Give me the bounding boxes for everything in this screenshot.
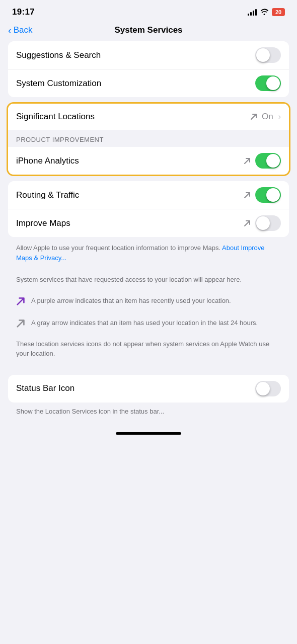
improve-maps-footer: Allow Apple to use your frequent locatio… <box>0 237 297 271</box>
system-services-info-text: System services that have requested acce… <box>16 276 242 283</box>
highlighted-section: Significant Locations On › PRODUCT IMPRO… <box>7 102 290 176</box>
significant-locations-controls: On › <box>250 112 281 122</box>
top-settings-card: Suggestions & Search System Customizatio… <box>8 41 289 97</box>
suggestions-search-label: Suggestions & Search <box>16 50 255 60</box>
status-bar: 19:17 20 <box>0 0 297 21</box>
back-label: Back <box>14 25 33 35</box>
toggle-thumb <box>266 188 280 202</box>
nav-bar: ‹ Back System Services <box>0 21 297 41</box>
section-header-label: PRODUCT IMPROVEMENT <box>16 136 104 143</box>
purple-arrow-text: A purple arrow indicates that an item ha… <box>31 296 231 308</box>
gray-arrow-icon <box>16 319 25 330</box>
setting-row-iphone-analytics[interactable]: iPhone Analytics <box>8 147 289 175</box>
toggle-thumb <box>256 48 270 62</box>
watch-info-text: These location services icons do not app… <box>16 340 269 358</box>
setting-row-system-customization[interactable]: System Customization <box>8 69 289 97</box>
location-arrow-icon <box>250 113 258 121</box>
back-chevron-icon: ‹ <box>8 25 12 35</box>
toggle-thumb <box>266 154 280 168</box>
setting-row-status-bar-icon[interactable]: Status Bar Icon <box>8 375 289 403</box>
product-improvement-header: PRODUCT IMPROVEMENT <box>8 130 289 147</box>
status-bar-icon-label: Status Bar Icon <box>16 383 255 393</box>
status-bar-icon-controls <box>255 381 281 396</box>
chevron-right-icon: › <box>278 112 281 121</box>
page-title: System Services <box>114 25 182 35</box>
setting-row-improve-maps[interactable]: Improve Maps <box>8 209 289 237</box>
routing-traffic-toggle[interactable] <box>255 187 281 203</box>
purple-arrow-info: A purple arrow indicates that an item ha… <box>0 293 297 311</box>
system-customization-toggle[interactable] <box>255 75 281 91</box>
on-text: On <box>262 112 273 122</box>
signal-bars-icon <box>248 9 257 16</box>
gray-arrow-text: A gray arrow indicates that an item has … <box>31 318 258 330</box>
suggestions-search-controls <box>255 47 281 63</box>
system-services-info: System services that have requested acce… <box>0 271 297 293</box>
status-icons: 20 <box>248 8 285 17</box>
routing-traffic-label: Routing & Traffic <box>16 190 243 200</box>
setting-row-routing-traffic[interactable]: Routing & Traffic <box>8 181 289 209</box>
iphone-analytics-label: iPhone Analytics <box>16 156 243 166</box>
watch-info: These location services icons do not app… <box>0 337 297 367</box>
home-indicator <box>116 432 181 435</box>
setting-row-significant-locations[interactable]: Significant Locations On › <box>8 104 289 130</box>
improve-maps-description: Allow Apple to use your frequent locatio… <box>16 244 222 252</box>
iphone-analytics-toggle[interactable] <box>255 153 281 169</box>
location-arrow-analytics-icon <box>243 157 251 165</box>
system-customization-label: System Customization <box>16 78 255 89</box>
bottom-settings-card: Routing & Traffic Improve Maps <box>8 181 289 237</box>
toggle-thumb <box>256 382 270 395</box>
home-indicator-area <box>0 424 297 439</box>
gray-arrow-info: A gray arrow indicates that an item has … <box>0 315 297 333</box>
routing-traffic-controls <box>243 187 281 203</box>
location-arrow-routing-icon <box>243 191 251 199</box>
status-bar-icon-card: Status Bar Icon <box>8 375 289 403</box>
status-time: 19:17 <box>12 7 35 17</box>
toggle-thumb <box>256 216 270 230</box>
show-location-text: Show the Location Services icon in the s… <box>16 408 164 415</box>
toggle-thumb <box>266 76 280 90</box>
system-customization-controls <box>255 75 281 91</box>
improve-maps-label: Improve Maps <box>16 218 243 228</box>
location-arrow-maps-icon <box>243 219 251 227</box>
setting-row-suggestions-search[interactable]: Suggestions & Search <box>8 41 289 69</box>
wifi-icon <box>260 8 269 17</box>
back-button[interactable]: ‹ Back <box>8 25 32 35</box>
iphone-analytics-controls <box>243 153 281 169</box>
show-location-footer: Show the Location Services icon in the s… <box>0 403 297 425</box>
suggestions-search-toggle[interactable] <box>255 47 281 63</box>
battery-indicator: 20 <box>272 8 285 16</box>
improve-maps-controls <box>243 215 281 231</box>
status-bar-icon-toggle[interactable] <box>255 381 281 396</box>
significant-locations-label: Significant Locations <box>16 112 250 122</box>
improve-maps-toggle[interactable] <box>255 215 281 231</box>
purple-arrow-icon <box>16 297 25 308</box>
